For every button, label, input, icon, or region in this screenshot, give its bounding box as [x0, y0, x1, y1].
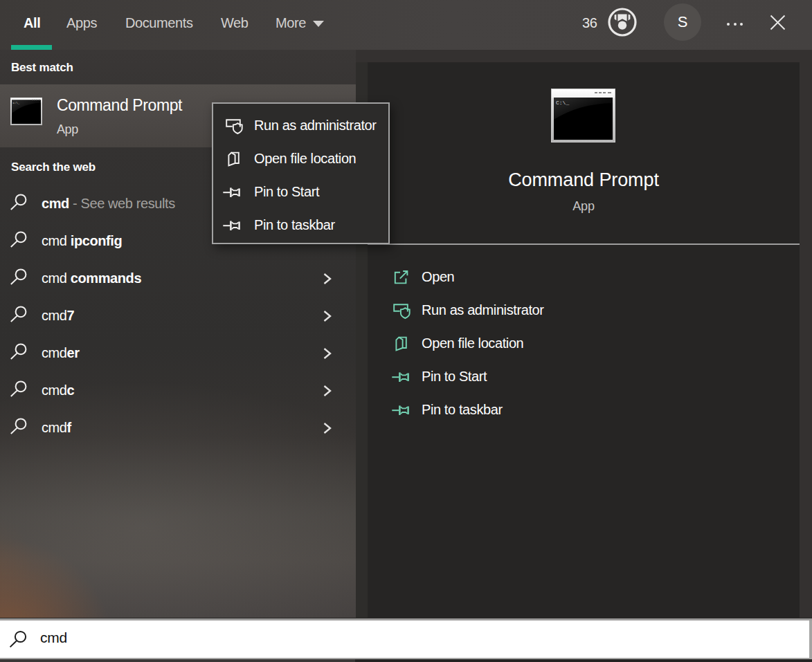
- svg-text:C:\_: C:\_: [12, 102, 19, 104]
- svg-text:C:\_: C:\_: [556, 100, 569, 106]
